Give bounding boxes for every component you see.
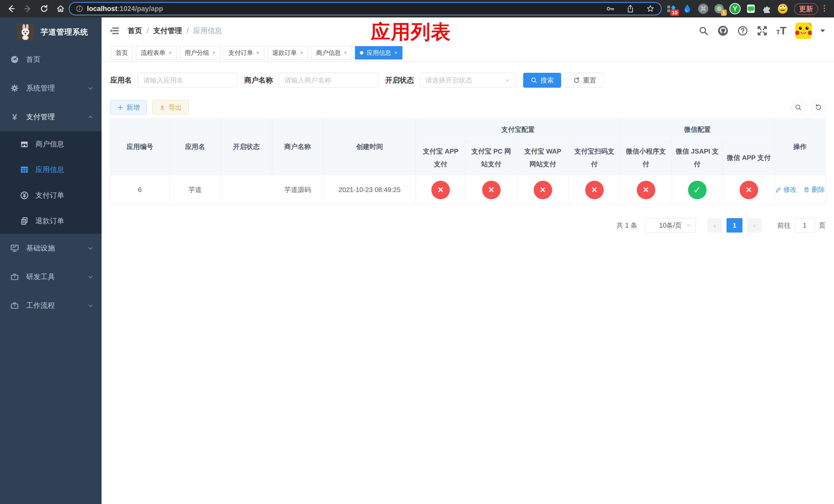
browser-home-icon[interactable] [56,4,66,14]
bookmark-star-icon[interactable] [646,4,655,13]
col-wechat-app: 微信 APP 支付 [723,141,775,175]
sidebar-item-workflow[interactable]: 工作流程 [0,291,102,320]
sidebar-item-system[interactable]: 系统管理 [0,74,102,102]
close-icon[interactable]: × [212,49,216,56]
tag-home[interactable]: 首页 [111,46,133,60]
breadcrumb-home[interactable]: 首页 [128,26,142,36]
grid-table-icon [20,165,29,174]
group-wechat-config: 微信配置 [620,119,775,141]
content: 应用名 商户名称 开启状态 请选择开启状态 搜索 [102,62,834,504]
close-icon[interactable]: × [394,49,397,56]
edit-link[interactable]: 修改 [775,185,797,194]
browser-reload-icon[interactable] [39,4,49,14]
extensions-puzzle-icon[interactable] [761,3,772,14]
sidebar-item-label: 支付订单 [36,190,64,200]
dashboard-icon [10,55,19,64]
translate-extension-icon[interactable]: 10 [666,3,677,14]
status-label: 开启状态 [385,75,414,85]
y-extension-icon[interactable]: Y [729,3,741,14]
chrome-menu-icon[interactable] [824,5,825,12]
close-icon[interactable]: × [256,49,260,56]
command-extension-icon[interactable]: ⌘ [698,3,709,14]
sidebar-item-pay-order[interactable]: 支付订单 [0,183,102,208]
page-size-select[interactable]: 10条/页 [645,218,696,232]
tag-refund-order[interactable]: 退款订单× [267,46,308,60]
yen-icon: ¥ [10,113,19,121]
status-select[interactable]: 请选择开启状态 [420,73,517,88]
status-wechat-jsapi: ✓ [688,181,706,199]
delete-link[interactable]: 删除 [804,185,825,194]
show-search-circle-button[interactable] [791,100,806,115]
profile-emoji-icon[interactable] [777,3,788,14]
url-path: :1024/pay/app [117,5,163,13]
sidebar-item-merchant-info[interactable]: 商户信息 [0,131,102,157]
close-icon[interactable]: × [169,49,172,56]
close-icon[interactable]: × [300,49,303,56]
page-unit-label: 页 [819,221,826,230]
monitor-chart-icon [10,244,19,253]
header-search-icon[interactable] [698,26,708,36]
browser-back-icon[interactable] [6,4,16,14]
page-1-button[interactable]: 1 [727,218,743,232]
merchant-name-label: 商户名称 [244,75,273,85]
export-button[interactable]: 导出 [152,100,189,115]
tag-app-info[interactable]: 应用信息× [355,46,402,60]
github-icon[interactable] [717,25,729,37]
chat-extension-icon[interactable] [745,3,756,14]
tag-user-group[interactable]: 用户分组× [180,46,221,60]
prev-page-button[interactable]: ‹ [707,218,722,232]
address-bar[interactable]: localhost:1024/pay/app [69,2,662,15]
toolbar: 新增 导出 [110,100,826,115]
app-table: 应用编号 应用名 开启状态 商户名称 创建时间 支付宝配置 微信配置 操作 支付… [110,118,826,205]
sidebar-item-payment[interactable]: ¥ 支付管理 [0,102,102,131]
extension-row: 10 ⌘ 1 Y [666,0,788,18]
password-key-icon[interactable] [606,4,615,13]
sidebar-item-app-info[interactable]: 应用信息 [0,157,102,183]
site-info-icon[interactable] [76,5,83,13]
yen-circle-icon [20,191,29,200]
sidebar-item-infra[interactable]: 基础设施 [0,234,102,262]
sidebar-item-refund-order[interactable]: 退款订单 [0,208,102,234]
record-extension-icon[interactable]: 1 [714,3,725,14]
app-logo-row[interactable]: 芋道管理系统 [0,18,102,45]
breadcrumb-payment[interactable]: 支付管理 [153,26,182,36]
sidebar-item-home[interactable]: 首页 [0,45,102,74]
next-page-button[interactable]: › [747,218,762,232]
tag-merchant-info[interactable]: 商户信息× [311,46,352,60]
chevron-down-icon [87,245,94,251]
briefcase-icon [10,273,19,281]
app-name-label: 应用名 [110,75,132,85]
cell-app-id: 6 [111,175,170,205]
help-icon[interactable] [737,25,748,36]
cell-created: 2021-10-23 08:49:25 [323,175,416,205]
search-button[interactable]: 搜索 [523,73,561,88]
search-icon [531,77,537,84]
goto-page-input[interactable] [795,218,815,232]
tag-process-form[interactable]: 流程表单× [136,46,177,60]
merchant-name-input[interactable] [279,73,378,88]
document-copy-icon [20,216,29,225]
avatar-dropdown-caret-icon[interactable] [820,29,825,32]
drop-extension-icon[interactable] [682,3,693,14]
app-title: 芋道管理系统 [41,27,88,38]
refresh-circle-button[interactable] [811,100,826,115]
status-alipay-pc: × [482,181,501,199]
chrome-update-button[interactable]: 更新 [794,3,818,15]
close-icon[interactable]: × [344,49,347,56]
fullscreen-icon[interactable] [757,25,768,36]
user-avatar[interactable] [795,23,812,39]
reset-button[interactable]: 重置 [566,73,604,88]
sidebar-item-label: 商户信息 [36,139,64,149]
add-button[interactable]: 新增 [110,100,147,115]
storefront-icon [20,140,29,148]
cell-merchant: 芋道源码 [272,175,323,205]
app-name-input[interactable] [137,73,238,88]
browser-forward-icon[interactable] [23,4,33,14]
sidebar-item-dev-tools[interactable]: 研发工具 [0,262,102,291]
tag-pay-order[interactable]: 支付订单× [224,46,264,60]
share-icon[interactable] [626,4,635,13]
font-size-icon[interactable]: TT [776,25,787,37]
sidebar-item-label: 首页 [26,54,41,64]
sidebar-collapse-icon[interactable] [110,26,120,36]
page-annotation-title: 应用列表 [371,19,451,45]
